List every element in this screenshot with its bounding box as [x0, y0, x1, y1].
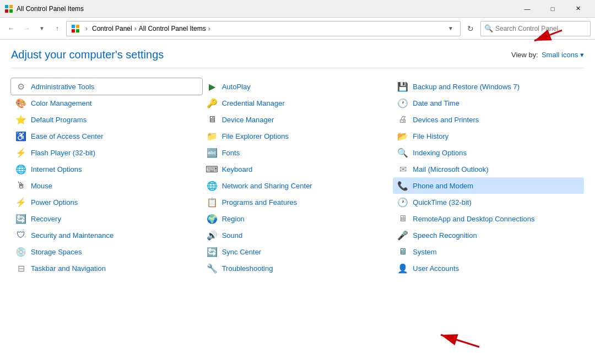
item-label: Region [222, 215, 245, 223]
back-button[interactable]: ← [4, 22, 18, 35]
item-label: Internet Options [31, 165, 82, 173]
list-item[interactable]: 📁File Explorer Options [202, 128, 393, 144]
list-item[interactable]: 🌐Internet Options [11, 161, 202, 177]
maximize-button[interactable]: □ [540, 0, 565, 18]
item-label: Power Options [31, 198, 78, 207]
item-label: Flash Player (32-bit) [31, 149, 95, 157]
item-label: Devices and Printers [413, 116, 479, 124]
address-sep-3: › [208, 25, 210, 32]
item-icon: 🌐 [15, 164, 26, 175]
minimize-button[interactable]: — [515, 0, 540, 18]
list-item[interactable]: ⌨Keyboard [202, 161, 393, 177]
item-icon: 🕐 [397, 97, 408, 108]
list-item[interactable]: 🖥Device Manager [202, 111, 393, 128]
refresh-button[interactable]: ↻ [463, 21, 478, 36]
list-item[interactable]: 🖱Mouse [11, 177, 202, 194]
list-item[interactable]: 🎤Speech Recognition [393, 227, 584, 243]
forward-button[interactable]: → [20, 22, 33, 35]
search-icon: 🔍 [484, 24, 493, 32]
list-item[interactable]: 🔑Credential Manager [202, 95, 393, 111]
svg-rect-0 [5, 5, 8, 8]
list-item[interactable]: 🌐Network and Sharing Center [202, 177, 393, 194]
window-icon [4, 4, 13, 13]
up-button[interactable]: ↑ [51, 22, 64, 35]
item-icon: 🔍 [397, 147, 408, 158]
item-icon: 📞 [397, 180, 408, 191]
item-icon: 🎤 [397, 230, 408, 241]
item-label: Ease of Access Center [31, 132, 104, 140]
address-sep-2: › [134, 25, 137, 32]
item-icon: 🎨 [15, 97, 26, 108]
item-label: Keyboard [222, 165, 253, 173]
item-label: File History [413, 132, 448, 140]
list-item[interactable]: 🌍Region [202, 210, 393, 227]
list-item[interactable]: 🖥System [393, 243, 584, 260]
list-item[interactable]: 🔤Fonts [202, 144, 393, 161]
item-label: Phone and Modem [413, 182, 473, 190]
list-item[interactable]: 🛡Security and Maintenance [11, 227, 202, 243]
item-icon: 🖨 [397, 114, 408, 125]
list-item[interactable]: ⭐Default Programs [11, 111, 202, 128]
window-title: All Control Panel Items [17, 5, 515, 13]
close-button[interactable]: ✕ [565, 0, 591, 18]
list-item[interactable]: ⚡Flash Player (32-bit) [11, 144, 202, 161]
list-item[interactable]: ✉Mail (Microsoft Outlook) [393, 161, 584, 177]
item-icon: 🖱 [15, 180, 26, 191]
main-content: Adjust your computer's settings View by:… [0, 40, 595, 364]
view-by-dropdown[interactable]: Small icons ▾ [542, 51, 584, 59]
address-dropdown-btn[interactable]: ▼ [446, 25, 456, 31]
list-item[interactable]: 🔄Sync Center [202, 243, 393, 260]
list-item[interactable]: 🕐QuickTime (32-bit) [393, 194, 584, 210]
item-icon: ⚡ [15, 147, 26, 158]
address-path[interactable]: › Control Panel › All Control Panel Item… [66, 21, 461, 36]
item-label: QuickTime (32-bit) [413, 198, 471, 207]
list-item[interactable]: 💾Backup and Restore (Windows 7) [393, 78, 584, 95]
search-box[interactable]: 🔍 [480, 21, 591, 36]
item-label: Troubleshooting [222, 264, 273, 273]
item-label: Sync Center [222, 248, 262, 256]
title-bar: All Control Panel Items — □ ✕ [0, 0, 595, 18]
item-icon: 🔧 [207, 263, 218, 274]
item-icon: 🔄 [207, 246, 218, 257]
item-label: User Accounts [413, 264, 459, 273]
item-label: Security and Maintenance [31, 231, 113, 240]
list-item[interactable]: 👤User Accounts [393, 260, 584, 276]
address-part-1: Control Panel [92, 25, 132, 32]
list-item[interactable]: 🖨Devices and Printers [393, 111, 584, 128]
item-label: Fonts [222, 149, 240, 157]
list-item[interactable]: 🖥RemoteApp and Desktop Connections [393, 210, 584, 227]
svg-rect-3 [9, 9, 13, 13]
list-item[interactable]: 🔄Recovery [11, 210, 202, 227]
item-label: Indexing Options [413, 149, 467, 157]
list-item[interactable]: 📋Programs and Features [202, 194, 393, 210]
list-item[interactable]: ⊟Taskbar and Navigation [11, 260, 202, 276]
item-label: Color Management [31, 99, 92, 107]
item-icon: 💾 [397, 81, 408, 92]
search-input[interactable] [495, 25, 587, 32]
list-item[interactable]: ▶AutoPlay [202, 78, 393, 95]
item-label: File Explorer Options [222, 132, 289, 140]
list-item[interactable]: 🔊Sound [202, 227, 393, 243]
list-item[interactable]: ⚙Administrative Tools [11, 78, 202, 95]
list-item[interactable]: 🕐Date and Time [393, 95, 584, 111]
dropdown-nav-button[interactable]: ▼ [35, 22, 48, 35]
list-item[interactable]: 🔍Indexing Options [393, 144, 584, 161]
list-item[interactable]: 📂File History [393, 128, 584, 144]
window-controls: — □ ✕ [515, 0, 591, 18]
address-bar: ← → ▼ ↑ › Control Panel › All Control Pa… [0, 18, 595, 40]
list-item[interactable]: 🎨Color Management [11, 95, 202, 111]
item-icon: 📁 [207, 131, 218, 142]
item-icon: 📋 [207, 197, 218, 208]
list-item[interactable]: 🔧Troubleshooting [202, 260, 393, 276]
item-icon: 🌐 [207, 180, 218, 191]
list-item[interactable]: ♿Ease of Access Center [11, 128, 202, 144]
svg-rect-1 [9, 5, 13, 8]
list-item[interactable]: 💿Storage Spaces [11, 243, 202, 260]
list-item[interactable]: 📞Phone and Modem [393, 177, 584, 194]
content-header: Adjust your computer's settings View by:… [11, 40, 584, 68]
list-item[interactable]: ⚡Power Options [11, 194, 202, 210]
item-icon: 🔊 [207, 230, 218, 241]
address-part-2: All Control Panel Items [139, 25, 206, 32]
item-label: Mail (Microsoft Outlook) [413, 165, 488, 173]
view-by-label: View by: [511, 51, 538, 59]
